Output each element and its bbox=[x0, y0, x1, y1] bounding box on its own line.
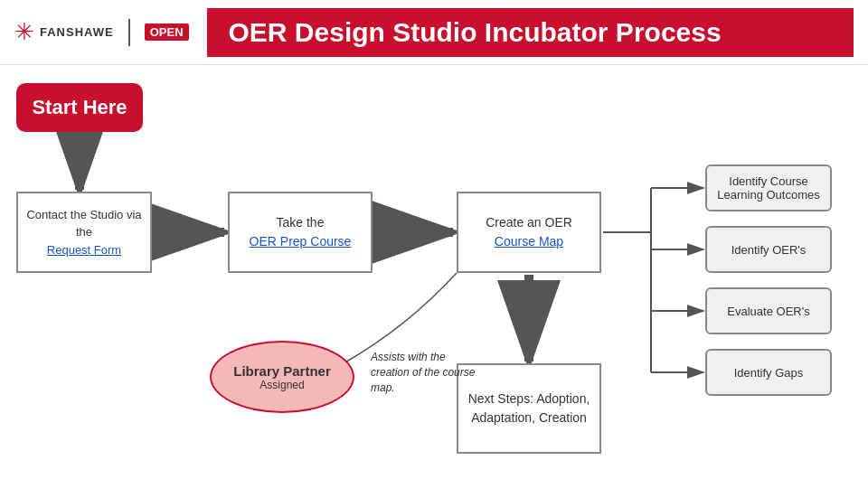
request-form-link[interactable]: Request Form bbox=[47, 243, 121, 257]
assist-note: Assists with the creation of the course … bbox=[371, 350, 479, 395]
next-steps-text: Next Steps: Adoption, Adaptation, Creati… bbox=[458, 390, 599, 427]
fanshawe-logo: ✳ FANSHAWE bbox=[14, 18, 114, 46]
page-title: OER Design Studio Incubator Process bbox=[207, 8, 854, 57]
library-partner-subtitle: Assigned bbox=[259, 379, 304, 391]
outcome-box-4: Identify Gaps bbox=[705, 349, 832, 396]
outcome-box-2: Identify OER's bbox=[705, 226, 832, 273]
start-here-button[interactable]: Start Here bbox=[16, 83, 143, 132]
header: ✳ FANSHAWE OPEN OER Design Studio Incuba… bbox=[0, 0, 868, 65]
logo-area: ✳ FANSHAWE OPEN bbox=[14, 18, 189, 46]
contact-text: Contact the Studio via the bbox=[26, 208, 141, 240]
outcome-box-1: Identify Course Learning Outcomes bbox=[705, 164, 832, 211]
oer-prep-link[interactable]: OER Prep Course bbox=[250, 234, 352, 249]
library-partner-title: Library Partner bbox=[233, 363, 331, 379]
course-map-line1: Create an OER bbox=[486, 215, 572, 230]
course-map-box: Create an OER Course Map bbox=[457, 192, 601, 273]
course-map-link[interactable]: Course Map bbox=[495, 234, 563, 249]
contact-box: Contact the Studio via the Request Form bbox=[16, 192, 152, 273]
main-content: Start Here Contact the Studio via the Re… bbox=[0, 65, 868, 479]
open-label: OPEN bbox=[145, 23, 189, 41]
oer-prep-box: Take the OER Prep Course bbox=[228, 192, 373, 273]
fanshawe-text: FANSHAWE bbox=[40, 25, 114, 39]
oer-prep-line1: Take the bbox=[277, 215, 325, 230]
library-partner-bubble: Library Partner Assigned bbox=[210, 341, 354, 413]
outcome-box-3: Evaluate OER's bbox=[705, 287, 832, 334]
logo-star-icon: ✳ bbox=[14, 18, 34, 46]
logo-divider bbox=[128, 19, 130, 46]
